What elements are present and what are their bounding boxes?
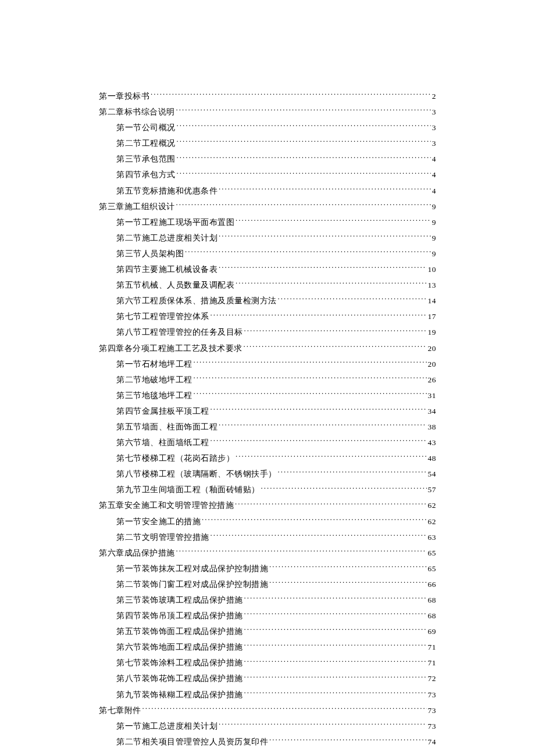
- toc-entry-page: 71: [428, 641, 437, 654]
- toc-entry-page: 62: [428, 515, 437, 528]
- toc-entry-page: 3: [432, 106, 436, 119]
- toc-entry: 第二章标书综合说明3: [99, 106, 436, 119]
- toc-entry: 第五节墙面、柱面饰面工程38: [99, 421, 436, 433]
- toc-leader-dots: [194, 374, 427, 382]
- toc-entry-label: 第七章附件: [99, 704, 141, 717]
- toc-entry-page: 71: [428, 657, 437, 669]
- toc-entry-label: 第五节装饰饰面工程成品保护措施: [116, 625, 243, 638]
- toc-entry-label: 第七节装饰涂料工程成品保护措施: [116, 657, 243, 669]
- toc-leader-dots: [211, 310, 427, 319]
- toc-entry-page: 65: [428, 547, 437, 560]
- toc-leader-dots: [269, 736, 427, 744]
- toc-entry-page: 2: [432, 90, 436, 103]
- toc-leader-dots: [244, 610, 427, 618]
- toc-leader-dots: [151, 90, 431, 99]
- toc-entry-label: 第五节竞标措施和优惠条件: [116, 185, 217, 198]
- toc-entry: 第四章各分项工程施工工艺及技术要求20: [99, 342, 436, 355]
- toc-entry: 第八节装饰花饰工程成品保护措施72: [99, 672, 436, 685]
- toc-entry-label: 第四节承包方式: [116, 169, 176, 181]
- toc-entry-label: 第九节装饰裱糊工程成品保护措施: [116, 689, 243, 701]
- toc-entry-page: 68: [428, 594, 437, 607]
- toc-leader-dots: [236, 279, 427, 288]
- toc-entry-label: 第八节工程管理管控的任务及目标: [116, 326, 243, 339]
- toc-entry-page: 48: [428, 452, 437, 465]
- toc-entry-page: 13: [428, 279, 437, 292]
- toc-entry-label: 第二节相关项目管理管控人员资历复印件: [116, 736, 268, 748]
- toc-leader-dots: [236, 452, 427, 461]
- toc-entry-label: 第一节工程施工现场平面布置图: [116, 216, 234, 229]
- toc-leader-dots: [219, 185, 431, 194]
- toc-entry: 第八节楼梯工程（玻璃隔断、不锈钢扶手）54: [99, 468, 436, 481]
- toc-entry-label: 第二节文明管理管控措施: [116, 531, 209, 544]
- toc-entry-label: 第一节公司概况: [116, 121, 176, 134]
- toc-entry-label: 第三节人员架构图: [116, 248, 184, 260]
- toc-entry-page: 57: [428, 483, 437, 496]
- toc-entry: 第一节装饰抹灰工程对成品保护控制措施65: [99, 562, 436, 575]
- toc-entry-page: 20: [428, 358, 437, 371]
- toc-entry-page: 62: [428, 499, 437, 512]
- toc-entry-page: 73: [428, 704, 437, 717]
- toc-entry-page: 68: [428, 610, 437, 622]
- toc-entry: 第六章成品保护措施65: [99, 547, 436, 560]
- toc-entry: 第八节工程管理管控的任务及目标19: [99, 326, 436, 339]
- toc-entry-page: 14: [428, 295, 437, 307]
- toc-leader-dots: [278, 295, 427, 303]
- toc-entry-label: 第四节主要施工机械设备表: [116, 263, 217, 276]
- toc-entry-page: 9: [432, 200, 436, 213]
- toc-entry: 第二节装饰门窗工程对成品保护控制措施66: [99, 578, 436, 591]
- toc-entry-page: 10: [428, 263, 437, 276]
- toc-entry: 第四节金属挂板平顶工程34: [99, 405, 436, 418]
- toc-entry: 第二节文明管理管控措施63: [99, 531, 436, 544]
- toc-entry-page: 4: [432, 153, 436, 166]
- toc-leader-dots: [202, 515, 427, 524]
- toc-entry-label: 第八节楼梯工程（玻璃隔断、不锈钢扶手）: [116, 468, 277, 481]
- toc-entry-label: 第五节墙面、柱面饰面工程: [116, 421, 217, 433]
- toc-leader-dots: [244, 657, 427, 666]
- toc-leader-dots: [211, 531, 427, 540]
- toc-leader-dots: [219, 232, 431, 241]
- toc-entry: 第七节工程管理管控体系17: [99, 310, 436, 323]
- toc-entry-page: 66: [428, 578, 437, 591]
- toc-entry-label: 第九节卫生间墙面工程（釉面砖铺贴）: [116, 483, 260, 496]
- toc-entry: 第二节工程概况3: [99, 137, 436, 150]
- toc-leader-dots: [236, 216, 431, 225]
- toc-entry: 第二节地破地坪工程26: [99, 374, 436, 386]
- toc-leader-dots: [244, 625, 427, 634]
- toc-entry-page: 31: [428, 389, 437, 402]
- toc-leader-dots: [244, 641, 427, 650]
- toc-entry-page: 73: [428, 720, 437, 733]
- toc-leader-dots: [176, 200, 431, 209]
- toc-entry: 第六节工程质保体系、措施及质量检测方法14: [99, 295, 436, 307]
- toc-entry: 第四节主要施工机械设备表10: [99, 263, 436, 276]
- toc-entry-label: 第二节地破地坪工程: [116, 374, 192, 386]
- toc-entry: 第二节施工总进度相关计划9: [99, 232, 436, 245]
- toc-leader-dots: [219, 720, 427, 729]
- toc-entry: 第三节地毯地坪工程31: [99, 389, 436, 402]
- toc-entry-page: 54: [428, 468, 437, 481]
- toc-entry-page: 43: [428, 436, 437, 449]
- toc-entry-label: 第三节装饰玻璃工程成品保护措施: [116, 594, 243, 607]
- toc-entry: 第五节装饰饰面工程成品保护措施69: [99, 625, 436, 638]
- toc-entry: 第一节工程施工现场平面布置图9: [99, 216, 436, 229]
- document-page: 第一章投标书2第二章标书综合说明3第一节公司概况3第二节工程概况3第三节承包范围…: [0, 0, 535, 756]
- toc-entry-page: 4: [432, 169, 436, 181]
- toc-entry: 第七节楼梯工程（花岗石踏步）48: [99, 452, 436, 465]
- toc-leader-dots: [211, 405, 427, 414]
- toc-leader-dots: [176, 547, 427, 556]
- toc-entry-label: 第七节楼梯工程（花岗石踏步）: [116, 452, 234, 465]
- toc-entry: 第六节墙、柱面墙纸工程43: [99, 436, 436, 449]
- toc-leader-dots: [244, 327, 427, 335]
- toc-entry-page: 9: [432, 248, 436, 260]
- toc-entry-label: 第二章标书综合说明: [99, 106, 175, 119]
- toc-leader-dots: [244, 689, 427, 697]
- toc-entry-page: 4: [432, 185, 436, 198]
- toc-leader-dots: [211, 436, 427, 445]
- toc-entry-page: 19: [428, 326, 437, 339]
- toc-entry: 第六节装饰地面工程成品保护措施71: [99, 641, 436, 654]
- toc-entry-page: 9: [432, 216, 436, 229]
- toc-entry-page: 69: [428, 625, 437, 638]
- toc-entry-label: 第六节墙、柱面墙纸工程: [116, 436, 209, 449]
- toc-entry: 第九节卫生间墙面工程（釉面砖铺贴）57: [99, 483, 436, 496]
- toc-entry-page: 20: [428, 342, 437, 355]
- toc-leader-dots: [177, 137, 431, 146]
